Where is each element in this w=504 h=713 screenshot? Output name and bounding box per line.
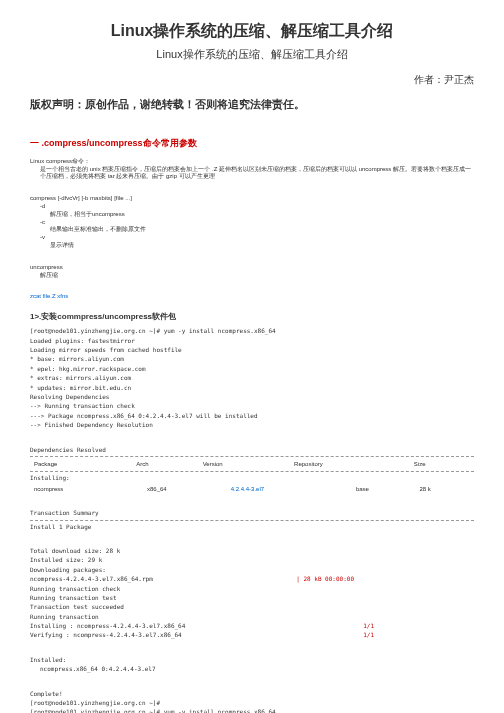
uncompress-desc: 解压缩 (40, 272, 474, 280)
yum-command: [root@node101.yinzhengjie.org.cn ~]# yum… (30, 327, 474, 335)
install-count: Install 1 Package (30, 523, 474, 531)
divider (30, 471, 474, 472)
verifying: Verifying : ncompress-4.2.4.4-3.el7.x86_… (30, 631, 474, 639)
yum-out: Loading mirror speeds from cached hostfi… (30, 346, 474, 354)
prompt: [root@node101.yinzhengjie.org.cn ~]# (30, 699, 474, 707)
tts: Transaction test succeeded (30, 603, 474, 611)
uncompress-label: uncompress (30, 264, 474, 272)
intro-label: Linux compress命令： (30, 158, 474, 166)
divider (30, 456, 474, 457)
rt: Running transaction (30, 613, 474, 621)
trans-summary: Transaction Summary (30, 509, 474, 517)
usage-syntax: compress [-dfvcVr] [-b maxbits] [file ..… (30, 195, 474, 203)
total-dl: Total download size: 28 k (30, 547, 474, 555)
yum-out: * updates: mirror.bit.edu.cn (30, 384, 474, 392)
divider (30, 520, 474, 521)
author-line: 作者：尹正杰 (30, 73, 474, 87)
yum-out: Loaded plugins: fastestmirror (30, 337, 474, 345)
page-title: Linux操作系统的压缩、解压缩工具介绍 (30, 20, 474, 42)
option-v: -v显示详情 (40, 234, 474, 250)
rtc: Running transaction check (30, 585, 474, 593)
subsection-1: 1>.安装commpress/uncompress软件包 (30, 311, 474, 322)
installed-pkg: ncompress.x86_64 0:4.2.4.4-3.el7 (40, 665, 474, 673)
installing-label: Installing: (30, 474, 474, 482)
yum-out: ---> Package ncompress.x86_64 0:4.2.4.4-… (30, 412, 474, 420)
yum-out: * base: mirrors.aliyun.com (30, 355, 474, 363)
copyright-notice: 版权声明：原创作品，谢绝转载！否则将追究法律责任。 (30, 97, 474, 112)
package-table: PackageArchVersionRepositorySize (30, 459, 474, 469)
yum-out: --> Running transaction check (30, 402, 474, 410)
complete: Complete! (30, 690, 474, 698)
dl-file: ncompress-4.2.4.4-3.el7.x86_64.rpm| 28 k… (30, 575, 474, 583)
rtt: Running transaction test (30, 594, 474, 602)
yum-out: Resolving Dependencies (30, 393, 474, 401)
yum-repeat: [root@node101.yinzhengjie.org.cn ~]# yum… (30, 708, 474, 713)
page-subtitle: Linux操作系统的压缩、解压缩工具介绍 (30, 47, 474, 62)
yum-out: * epel: hkg.mirror.rackspace.com (30, 365, 474, 373)
option-c: -c结果输出至标准输出，不删除原文件 (40, 219, 474, 235)
deps-label: Dependencies Resolved (30, 446, 474, 454)
zcat-line: zcat file.Z xfns (30, 293, 474, 301)
total-inst: Installed size: 29 k (30, 556, 474, 564)
yum-out: --> Finished Dependency Resolution (30, 421, 474, 429)
installing: Installing : ncompress-4.2.4.4-3.el7.x86… (30, 622, 474, 630)
yum-out: * extras: mirrors.aliyun.com (30, 374, 474, 382)
section-1-heading: 一 .compress/uncompress命令常用参数 (30, 137, 474, 150)
package-row: ncompressx86_644.2.4.4-3.el7base28 k (30, 484, 474, 494)
option-d: -d解压缩，相当于uncompress (40, 203, 474, 219)
installed-label: Installed: (30, 656, 474, 664)
intro-text: 是一个相当古老的 unix 档案压缩指令，压缩后的档案会加上一个 .Z 延伸档名… (40, 166, 474, 182)
downloading: Downloading packages: (30, 566, 474, 574)
